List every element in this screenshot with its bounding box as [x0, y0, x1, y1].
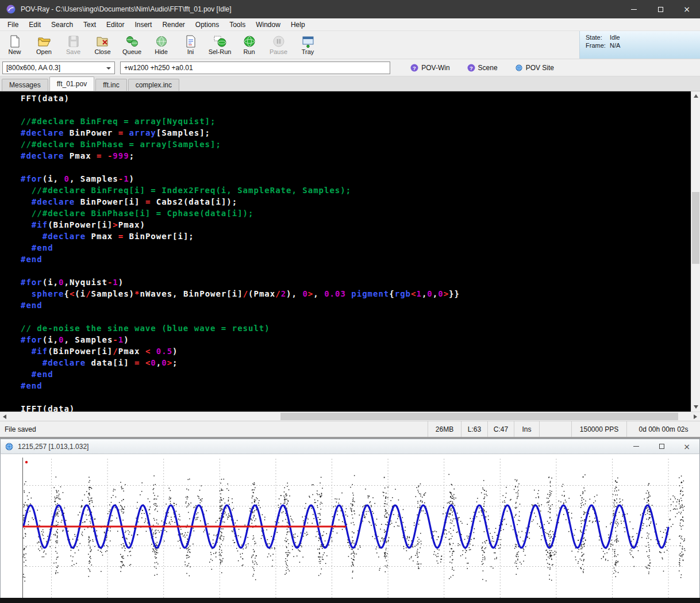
code-line: #declare BinPower[i] = Cabs2(data[i]);	[21, 197, 691, 209]
close-button[interactable]: Close	[88, 31, 117, 59]
tool-button-label: Ini	[187, 48, 194, 55]
code-line: #for(i, 0, Samples-1)	[21, 174, 691, 186]
menu-render[interactable]: Render	[157, 19, 190, 30]
open-button[interactable]: Open	[29, 31, 59, 59]
scroll-right-button[interactable]	[691, 412, 700, 421]
ini-button[interactable]: Ini	[176, 31, 205, 59]
status-message: File saved	[0, 421, 428, 437]
menu-help[interactable]: Help	[286, 19, 310, 30]
tool-button-label: Sel-Run	[209, 48, 232, 55]
render-close-button[interactable]: ×	[674, 439, 699, 454]
render-command-input[interactable]	[120, 62, 390, 74]
render-preset-dropdown[interactable]: [800x600, AA 0.3]	[2, 62, 115, 74]
menu-text[interactable]: Text	[78, 19, 101, 30]
code-line: #end	[21, 370, 691, 381]
tray-button[interactable]: Tray	[293, 31, 322, 59]
frame-value: N/A	[610, 41, 620, 49]
menu-file[interactable]: File	[2, 19, 24, 30]
render-maximize-button[interactable]	[649, 439, 674, 454]
menu-editor[interactable]: Editor	[101, 19, 129, 30]
code-line: #end	[21, 381, 691, 393]
tool-button-label: New	[8, 48, 21, 55]
menu-tools[interactable]: Tools	[224, 19, 251, 30]
code-line	[21, 266, 691, 278]
render-preview-image	[1, 454, 699, 598]
menu-insert[interactable]: Insert	[129, 19, 157, 30]
toolbar-buttons: NewOpenSaveCloseQueueHideIniSel-RunRunPa…	[0, 31, 322, 59]
svg-text:?: ?	[413, 64, 416, 71]
code-line: #declare Pmax = -999;	[21, 151, 691, 163]
scene-link[interactable]: ?Scene	[467, 64, 498, 72]
link-label: Scene	[478, 64, 498, 72]
run-button[interactable]: Run	[234, 31, 264, 59]
code-line: //#declare BinFreq = array[Nyquist];	[21, 117, 691, 128]
code-line: //#declare BinFreq[i] = Index2Freq(i, Sa…	[21, 186, 691, 197]
code-line: #declare Pmax = BinPower[i];	[21, 232, 691, 243]
close-file-icon	[96, 34, 110, 48]
menu-edit[interactable]: Edit	[24, 19, 46, 30]
code-line: #declare BinPower = array[Samples];	[21, 128, 691, 140]
vertical-scrollbar-thumb[interactable]	[692, 192, 699, 264]
open-folder-icon	[37, 34, 51, 48]
status-cell	[539, 421, 571, 437]
queue-icon	[125, 34, 139, 48]
sel-run-button[interactable]: Sel-Run	[205, 31, 234, 59]
horizontal-scrollbar-thumb[interactable]	[280, 413, 678, 420]
tab-complex-inc[interactable]: complex.inc	[128, 79, 179, 91]
render-minimize-button[interactable]	[624, 439, 649, 454]
scroll-up-button[interactable]	[691, 91, 700, 101]
state-value: Idle	[610, 33, 620, 41]
run-icon	[243, 34, 256, 48]
svg-text:?: ?	[470, 64, 473, 71]
arrow-left-icon	[3, 414, 6, 419]
code-area[interactable]: FFT(data) //#declare BinFreq = array[Nyq…	[0, 91, 691, 412]
code-line: #end	[21, 255, 691, 266]
link-label: POV-Win	[421, 64, 449, 72]
hide-button[interactable]: Hide	[147, 31, 176, 59]
pov-win-link[interactable]: ?POV-Win	[410, 64, 449, 72]
help-question-icon: ?	[467, 64, 475, 72]
new-button[interactable]: New	[0, 31, 29, 59]
minimize-button[interactable]	[621, 0, 647, 18]
scroll-left-button[interactable]	[0, 412, 9, 421]
tool-button-label: Close	[94, 48, 110, 55]
title-bar: POV-Ray - C:\Users\ingo\Documents\Nim\Au…	[0, 0, 700, 18]
code-line: //#declare BinPhase[i] = Cphase(data[i])…	[21, 209, 691, 220]
menu-window[interactable]: Window	[251, 19, 286, 30]
status-cell: C:47	[487, 421, 514, 437]
menu-search[interactable]: Search	[46, 19, 78, 30]
vertical-scrollbar[interactable]	[691, 91, 700, 412]
status-cell: L:63	[461, 421, 487, 437]
code-line: FFT(data)	[21, 94, 691, 105]
status-bar: File saved 26MBL:63C:47Ins150000 PPS0d 0…	[0, 421, 700, 437]
tool-button-label: Pause	[270, 48, 287, 55]
editor-tab-bar: Messagesfft_01.povfft.inccomplex.inc	[0, 76, 700, 91]
tool-button-label: Hide	[155, 48, 168, 55]
menu-options[interactable]: Options	[190, 19, 224, 30]
minimize-icon	[631, 9, 637, 10]
pause-icon	[272, 34, 286, 48]
save-button: Save	[59, 31, 88, 59]
status-cell: 0d 00h 00m 02s	[626, 421, 700, 437]
ini-icon	[184, 34, 198, 48]
tool-button-label: Queue	[122, 48, 141, 55]
tab-fft-01-pov[interactable]: fft_01.pov	[49, 76, 95, 91]
scroll-down-button[interactable]	[691, 402, 700, 412]
queue-button[interactable]: Queue	[117, 31, 147, 59]
maximize-button[interactable]	[647, 0, 674, 18]
menu-bar: FileEditSearchTextEditorInsertRenderOpti…	[0, 18, 700, 31]
pov-site-link[interactable]: POV Site	[515, 64, 554, 72]
frame-label: Frame:	[586, 41, 610, 49]
hide-icon	[155, 34, 168, 48]
maximize-icon	[659, 444, 664, 449]
tool-button-label: Open	[36, 48, 52, 55]
code-line: #if(BinPower[i]/Pmax < 0.5)	[21, 347, 691, 358]
tray-icon	[301, 34, 315, 48]
new-document-icon	[8, 34, 22, 48]
tab-messages[interactable]: Messages	[2, 79, 48, 91]
horizontal-scrollbar[interactable]	[0, 412, 700, 421]
tab-fft-inc[interactable]: fft.inc	[95, 79, 126, 91]
close-button[interactable]: ×	[674, 0, 700, 18]
render-window-title: 1215,257 [1.013,1.032]	[18, 443, 89, 451]
tool-button-label: Run	[243, 48, 255, 55]
